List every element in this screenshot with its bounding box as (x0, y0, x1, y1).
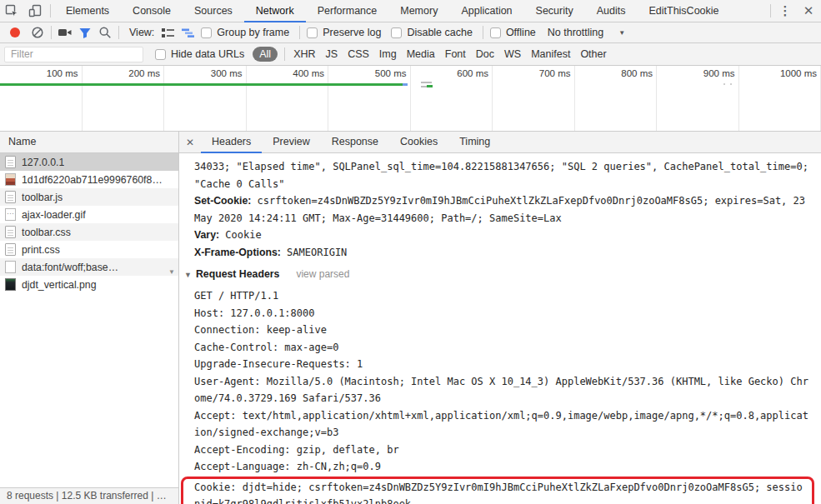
list-view-icon (161, 27, 175, 39)
filter-funnel-icon (78, 27, 92, 39)
tab-sources[interactable]: Sources (183, 0, 244, 22)
filter-pill-other[interactable]: Other (575, 47, 611, 62)
timeline-tick: 1000 ms (739, 66, 821, 131)
response-header-vary: Vary: Cookie (194, 227, 814, 244)
response-header-x-frame-options: X-Frame-Options: SAMEORIGIN (194, 244, 814, 262)
waterfall-icon (181, 27, 195, 39)
request-row-print-css[interactable]: print.css (0, 241, 178, 258)
network-toolbar: View: Group by frame Preserve log Disabl… (0, 22, 821, 43)
request-details-panel: ✕ Headers Preview Response Cookies Timin… (179, 132, 821, 504)
data-url-icon (5, 261, 16, 273)
tab-performance[interactable]: Performance (306, 0, 389, 22)
disable-cache-label: Disable cache (407, 27, 473, 38)
tab-cookies[interactable]: Cookies (389, 132, 448, 153)
tab-response[interactable]: Response (321, 132, 389, 153)
close-icon: ✕ (803, 3, 814, 17)
camera-icon (58, 27, 73, 38)
preserve-log-checkbox[interactable]: Preserve log (307, 27, 381, 38)
name-column-header[interactable]: Name (0, 132, 178, 153)
large-rows-toggle-button[interactable] (158, 23, 178, 42)
request-row-127-0-0-1[interactable]: 127.0.0.1 (0, 153, 178, 171)
tab-network[interactable]: Network (244, 0, 306, 22)
filter-pill-font[interactable]: Font (440, 47, 471, 62)
request-row-djdt-vertical-png[interactable]: djdt_vertical.png (0, 276, 178, 293)
throttling-dropdown[interactable]: No throttling ▼ (548, 27, 625, 38)
request-headers-section-header[interactable]: ▼Request Headersview parsed (184, 267, 814, 282)
filter-pill-ws[interactable]: WS (499, 47, 526, 62)
offline-checkbox[interactable]: Offline (490, 27, 536, 38)
request-name: toolbar.css (22, 227, 71, 238)
disclosure-triangle-icon: ▼ (184, 271, 192, 279)
request-name: data:font/woff;base… (22, 262, 118, 273)
timeline-tick: 700 ms (493, 66, 575, 131)
search-button[interactable] (95, 23, 115, 42)
filter-button[interactable] (75, 23, 95, 42)
header-value: csrftoken=z4sDnWBZDz5Y9zIvr0mI9hJBmCciPu… (194, 195, 805, 224)
document-icon (5, 156, 16, 168)
view-parsed-link[interactable]: view parsed (296, 268, 349, 280)
devtools-menu-button[interactable]: ⋮ (774, 3, 796, 18)
divider (50, 4, 51, 17)
request-header-line: User-Agent: Mozilla/5.0 (Macintosh; Inte… (194, 373, 814, 407)
filter-pill-js[interactable]: JS (321, 47, 343, 62)
overview-toggle-button[interactable] (178, 23, 198, 42)
timeline-tick: 300 ms (164, 66, 247, 131)
header-value: SAMEORIGIN (287, 247, 347, 258)
tab-headers[interactable]: Headers (201, 132, 262, 153)
tab-security[interactable]: Security (524, 0, 585, 22)
hide-data-urls-checkbox[interactable]: Hide data URLs (155, 48, 244, 60)
inspect-element-button[interactable] (0, 0, 23, 22)
filter-pill-xhr[interactable]: XHR (288, 47, 320, 62)
request-name: 127.0.0.1 (22, 157, 64, 168)
timeline-tick: 900 ms (657, 66, 739, 131)
filter-pill-media[interactable]: Media (402, 47, 440, 62)
devtools-close-button[interactable]: ✕ (796, 3, 821, 18)
stylesheet-icon (5, 226, 16, 238)
request-row-data-font-woff[interactable]: data:font/woff;base… (0, 258, 178, 276)
filter-pill-css[interactable]: CSS (343, 47, 374, 62)
timeline-tick: 400 ms (247, 66, 329, 131)
close-icon: ✕ (186, 137, 194, 148)
checkbox-icon (201, 27, 212, 38)
request-header-line: GET / HTTP/1.1 (194, 287, 814, 305)
headers-content: 34033; "Elapsed time", SQLPanel_sql_time… (179, 153, 821, 504)
tab-audits[interactable]: Audits (585, 0, 638, 22)
waterfall-mini-bar (427, 85, 433, 87)
request-row-toolbar-js[interactable]: toolbar.js (0, 188, 178, 206)
tab-editthiscookie[interactable]: EditThisCookie (637, 0, 730, 22)
tab-application[interactable]: Application (449, 0, 523, 22)
filter-pill-img[interactable]: Img (374, 47, 402, 62)
network-overview-timeline[interactable]: 100 ms 200 ms 300 ms 400 ms 500 ms 600 m… (0, 66, 821, 132)
filter-pill-manifest[interactable]: Manifest (526, 47, 575, 62)
devtools-window: Elements Console Sources Network Perform… (0, 0, 821, 504)
tab-memory[interactable]: Memory (388, 0, 449, 22)
tab-elements[interactable]: Elements (54, 0, 121, 22)
request-header-line: Accept-Language: zh-CN,zh;q=0.9 (194, 458, 814, 476)
capture-screenshots-button[interactable] (55, 23, 75, 42)
header-name: Vary: (194, 229, 219, 241)
tab-timing[interactable]: Timing (448, 132, 501, 153)
filter-pill-all[interactable]: All (253, 47, 278, 62)
clear-button[interactable] (28, 23, 48, 42)
request-row-toolbar-css[interactable]: toolbar.css (0, 223, 178, 241)
device-toolbar-icon (28, 3, 43, 18)
filter-pill-doc[interactable]: Doc (471, 47, 499, 62)
request-header-line: Host: 127.0.0.1:8000 (194, 305, 814, 322)
kebab-icon: ⋮ (779, 3, 792, 17)
clear-icon (31, 26, 44, 39)
filter-input[interactable] (4, 47, 143, 62)
device-toolbar-button[interactable] (23, 0, 47, 22)
disable-cache-checkbox[interactable]: Disable cache (391, 27, 473, 38)
tab-preview[interactable]: Preview (262, 132, 320, 153)
close-details-button[interactable]: ✕ (179, 137, 201, 148)
response-header-partial: 34033; "Elapsed time", SQLPanel_sql_time… (194, 158, 814, 192)
timeline-tick: 500 ms (328, 66, 411, 131)
request-header-cookie-line: Cookie: djdt=hide; csrftoken=z4sDnWBZDz5… (194, 482, 803, 504)
tab-console[interactable]: Console (121, 0, 183, 22)
details-tabbar: ✕ Headers Preview Response Cookies Timin… (179, 132, 821, 153)
record-button[interactable] (10, 27, 20, 37)
devtools-tabbar: Elements Console Sources Network Perform… (0, 0, 821, 22)
request-row-1d1df6220[interactable]: 1d1df6220ab711e9996760f8… (0, 171, 178, 188)
group-by-frame-checkbox[interactable]: Group by frame (201, 27, 289, 38)
request-row-ajax-loader-gif[interactable]: ··· ajax-loader.gif (0, 206, 178, 223)
